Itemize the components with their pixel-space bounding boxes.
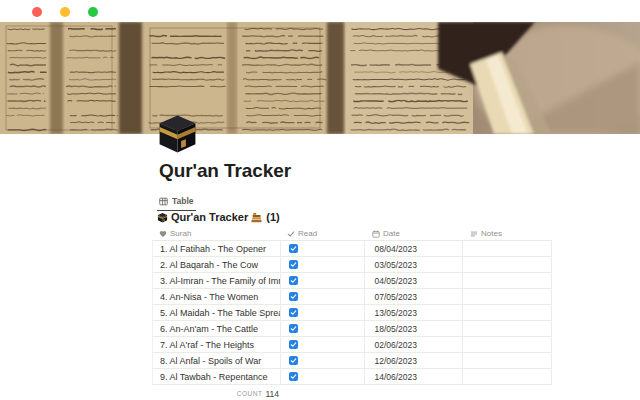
read-checkbox-checked[interactable] — [289, 356, 298, 365]
date-text: 02/06/2023 — [374, 340, 417, 350]
surah-text: 8. Al Anfal - Spoils of War — [160, 356, 261, 366]
date-cell[interactable]: 02/06/2023 — [365, 337, 463, 352]
window-titlebar — [0, 0, 640, 22]
column-header-read[interactable]: Read — [280, 229, 365, 238]
surah-text: 7. Al A'raf - The Heights — [160, 340, 254, 350]
close-window-button[interactable] — [32, 7, 42, 17]
surah-text: 4. An-Nisa - The Women — [160, 292, 258, 302]
read-checkbox-checked[interactable] — [289, 324, 298, 333]
heart-icon — [159, 230, 167, 238]
column-label: Notes — [481, 229, 502, 238]
date-text: 12/06/2023 — [374, 356, 417, 366]
surah-text: 5. Al Maidah - The Table Spread — [160, 308, 281, 318]
date-cell[interactable]: 18/05/2023 — [365, 321, 463, 336]
date-cell[interactable]: 13/05/2023 — [365, 305, 463, 320]
checkmark-icon — [290, 309, 297, 316]
table-grid-icon — [159, 197, 168, 206]
column-header-date[interactable]: Date — [365, 229, 463, 238]
database-header: Qur'an Tracker (1) — [157, 211, 280, 223]
surah-cell[interactable]: 2. Al Baqarah - The Cow — [153, 257, 281, 272]
surah-text: 1. Al Fatihah - The Opener — [160, 244, 266, 254]
date-cell[interactable]: 03/05/2023 — [365, 257, 463, 272]
notes-cell[interactable] — [463, 257, 552, 272]
read-cell[interactable] — [281, 337, 366, 352]
date-cell[interactable]: 14/06/2023 — [365, 369, 463, 384]
table-row: 3. Al-Imran - The Family of Imran 04/05/… — [152, 273, 552, 289]
date-cell[interactable]: 07/05/2023 — [365, 289, 463, 304]
minimize-window-button[interactable] — [60, 7, 70, 17]
table-footer: COUNT 114 — [152, 385, 552, 400]
notes-cell[interactable] — [463, 321, 552, 336]
notes-cell[interactable] — [463, 353, 552, 368]
kaaba-icon — [156, 112, 199, 155]
date-text: 18/05/2023 — [374, 324, 417, 334]
read-cell[interactable] — [281, 257, 366, 272]
date-cell[interactable]: 04/05/2023 — [365, 273, 463, 288]
table-rows: 1. Al Fatihah - The Opener 08/04/2023 2.… — [152, 241, 552, 385]
read-checkbox-checked[interactable] — [289, 372, 298, 381]
surah-table: Surah Read Date Notes 1. Al Fatihah - Th… — [152, 227, 552, 400]
books-icon — [251, 212, 262, 223]
notes-icon — [470, 230, 478, 238]
read-checkbox-checked[interactable] — [289, 308, 298, 317]
read-cell[interactable] — [281, 305, 366, 320]
surah-text: 2. Al Baqarah - The Cow — [160, 260, 258, 270]
surah-cell[interactable]: 5. Al Maidah - The Table Spread — [153, 305, 281, 320]
read-cell[interactable] — [281, 353, 366, 368]
calendar-icon — [372, 230, 380, 238]
surah-cell[interactable]: 9. Al Tawbah - Repentance — [153, 369, 281, 384]
column-label: Read — [298, 229, 317, 238]
zoom-window-button[interactable] — [88, 7, 98, 17]
count-label: COUNT — [237, 390, 263, 397]
surah-text: 6. An-An'am - The Cattle — [160, 324, 258, 334]
column-header-surah[interactable]: Surah — [152, 229, 280, 238]
read-checkbox-checked[interactable] — [289, 340, 298, 349]
read-cell[interactable] — [281, 273, 366, 288]
surah-cell[interactable]: 4. An-Nisa - The Women — [153, 289, 281, 304]
date-text: 13/05/2023 — [374, 308, 417, 318]
notes-cell[interactable] — [463, 369, 552, 384]
surah-cell[interactable]: 8. Al Anfal - Spoils of War — [153, 353, 281, 368]
date-text: 03/05/2023 — [374, 260, 417, 270]
date-text: 04/05/2023 — [374, 276, 417, 286]
column-header-notes[interactable]: Notes — [463, 229, 552, 238]
read-cell[interactable] — [281, 289, 366, 304]
count-calculation[interactable]: COUNT 114 — [152, 385, 280, 400]
checkmark-icon — [290, 245, 297, 252]
surah-cell[interactable]: 6. An-An'am - The Cattle — [153, 321, 281, 336]
surah-cell[interactable]: 3. Al-Imran - The Family of Imran — [153, 273, 281, 288]
kaaba-icon — [157, 212, 168, 223]
tab-table[interactable]: Table — [157, 194, 196, 211]
notes-cell[interactable] — [463, 273, 552, 288]
checkmark-icon — [290, 373, 297, 380]
read-checkbox-checked[interactable] — [289, 260, 298, 269]
view-tab-bar: Table — [157, 194, 196, 211]
notes-cell[interactable] — [463, 289, 552, 304]
page-icon[interactable] — [156, 112, 199, 155]
notes-cell[interactable] — [463, 305, 552, 320]
notes-cell[interactable] — [463, 241, 552, 256]
read-checkbox-checked[interactable] — [289, 244, 298, 253]
count-value: 114 — [265, 389, 279, 399]
page-cover-image[interactable] — [0, 22, 640, 134]
table-row: 4. An-Nisa - The Women 07/05/2023 — [152, 289, 552, 305]
database-title[interactable]: Qur'an Tracker — [171, 211, 248, 223]
table-row: 7. Al A'raf - The Heights 02/06/2023 — [152, 337, 552, 353]
checkmark-icon — [290, 293, 297, 300]
surah-text: 9. Al Tawbah - Repentance — [160, 372, 267, 382]
surah-cell[interactable]: 1. Al Fatihah - The Opener — [153, 241, 281, 256]
read-cell[interactable] — [281, 321, 366, 336]
tab-table-label: Table — [172, 196, 194, 206]
table-row: 1. Al Fatihah - The Opener 08/04/2023 — [152, 241, 552, 257]
date-cell[interactable]: 08/04/2023 — [365, 241, 463, 256]
notes-cell[interactable] — [463, 337, 552, 352]
column-label: Date — [383, 229, 400, 238]
read-cell[interactable] — [281, 241, 366, 256]
read-checkbox-checked[interactable] — [289, 276, 298, 285]
database-count: (1) — [266, 211, 279, 223]
table-row: 6. An-An'am - The Cattle 18/05/2023 — [152, 321, 552, 337]
date-cell[interactable]: 12/06/2023 — [365, 353, 463, 368]
read-checkbox-checked[interactable] — [289, 292, 298, 301]
read-cell[interactable] — [281, 369, 366, 384]
surah-cell[interactable]: 7. Al A'raf - The Heights — [153, 337, 281, 352]
